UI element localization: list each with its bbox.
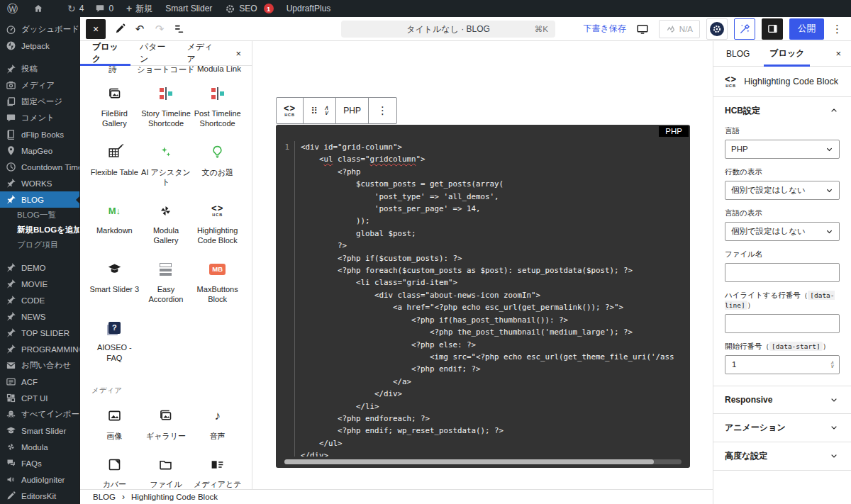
menu-item[interactable]: 固定ページ: [0, 94, 79, 110]
menu-item[interactable]: ACF: [0, 374, 79, 390]
responsive-panel-header[interactable]: Responsive: [713, 386, 851, 414]
menu-item[interactable]: MapGeo: [0, 142, 79, 159]
block-item[interactable]: AI アシスタント: [140, 142, 192, 188]
menu-item[interactable]: FAQs: [0, 455, 79, 471]
menu-item[interactable]: Modula: [0, 439, 79, 455]
animation-panel-header[interactable]: アニメーション: [713, 414, 851, 442]
menu-item[interactable]: PROGRAMMING: [0, 341, 79, 357]
block-item[interactable]: メディアとテキスト: [191, 454, 243, 489]
block-item[interactable]: Easy Accordion: [140, 259, 192, 305]
preview-button[interactable]: [633, 19, 652, 39]
site-home-link[interactable]: [33, 4, 43, 13]
submenu-item[interactable]: ブログ項目: [0, 237, 79, 252]
seo-settings-button[interactable]: [706, 18, 728, 40]
redo-button[interactable]: ↷: [150, 19, 169, 39]
inserter-close-icon[interactable]: ×: [225, 41, 252, 65]
tab-block[interactable]: ブロック: [760, 41, 814, 66]
tab-patterns[interactable]: パターン: [130, 41, 178, 65]
block-item[interactable]: MBMaxButtons Block: [191, 259, 243, 305]
menu-item[interactable]: DEMO: [0, 259, 79, 276]
menu-item[interactable]: 投稿: [0, 61, 79, 77]
code-content[interactable]: <div id="grid-column"> <ul class="gridco…: [295, 141, 689, 457]
block-options-button[interactable]: ⋮: [376, 104, 389, 117]
settings-sidebar-toggle[interactable]: [762, 18, 783, 40]
drag-handle[interactable]: ⠿: [311, 106, 318, 116]
editor-canvas[interactable]: <>HCB ⠿ ∧∨ PHP ⋮: [252, 41, 713, 489]
block-mover[interactable]: ∧∨: [324, 106, 329, 116]
menu-item[interactable]: EditorsKit: [0, 488, 79, 504]
updates-indicator[interactable]: ↻ 4: [67, 4, 84, 13]
block-item[interactable]: Modula Gallery: [140, 201, 192, 246]
dataline-input[interactable]: [725, 314, 840, 333]
block-item[interactable]: ファイル: [140, 454, 192, 489]
number-stepper[interactable]: ∧∨: [830, 361, 835, 369]
datastart-input[interactable]: 1 ∧∨: [725, 355, 840, 374]
highlighting-code-block[interactable]: PHP 1 <div id="grid-column"> <ul class="…: [276, 125, 690, 468]
menu-item[interactable]: メディア: [0, 77, 79, 94]
menu-item[interactable]: すべてインポート: [0, 406, 79, 422]
publish-button[interactable]: 公開: [789, 18, 824, 40]
menu-item[interactable]: コメント: [0, 110, 79, 126]
language-button[interactable]: PHP: [343, 106, 361, 116]
menu-item[interactable]: CODE: [0, 292, 79, 308]
filename-input[interactable]: [725, 263, 840, 282]
block-item[interactable]: 文のお題: [191, 142, 243, 188]
lang-display-select[interactable]: 個別で設定はしない: [725, 222, 840, 241]
advanced-panel-header[interactable]: 高度な設定: [713, 442, 851, 471]
block-item[interactable]: M↓Markdown: [89, 201, 140, 246]
menu-item[interactable]: Jetpack: [0, 38, 79, 54]
inspector-close-icon[interactable]: ×: [825, 41, 851, 66]
menu-item[interactable]: WORKS: [0, 175, 79, 191]
menu-item[interactable]: MOVIE: [0, 276, 79, 292]
tab-blocks[interactable]: ブロック: [80, 41, 130, 65]
undo-button[interactable]: ↶: [130, 19, 150, 39]
block-item[interactable]: ?AIOSEO - FAQ: [89, 318, 140, 363]
scrollbar-thumb[interactable]: [284, 459, 654, 464]
document-title-bar[interactable]: タイトルなし · BLOG ⌘K: [341, 21, 555, 38]
block-item[interactable]: FileBird Gallery: [89, 84, 140, 129]
tab-media[interactable]: メディア: [178, 41, 226, 65]
menu-item[interactable]: お問い合わせ: [0, 357, 79, 374]
language-select[interactable]: PHP: [725, 140, 840, 159]
block-item[interactable]: Post Timeline Shortcode: [191, 84, 243, 129]
block-item[interactable]: ギャラリー: [140, 406, 192, 441]
menu-item-active[interactable]: BLOG: [0, 191, 79, 208]
block-item[interactable]: <>HCBHighlighting Code Block: [191, 201, 243, 246]
seo-menu[interactable]: SEO 1: [225, 4, 273, 14]
ai-assistant-button[interactable]: [734, 18, 755, 40]
options-menu-button[interactable]: ⋮: [830, 23, 844, 35]
menu-item[interactable]: NEWS: [0, 308, 79, 325]
breadcrumb-root[interactable]: BLOG: [93, 493, 116, 501]
pencil-icon: [6, 491, 16, 501]
hcb-settings-panel-header[interactable]: HCB設定: [713, 97, 851, 125]
menu-item[interactable]: ダッシュボード: [0, 21, 79, 38]
block-item[interactable]: Smart Slider 3: [89, 259, 140, 305]
menu-item[interactable]: dFlip Books: [0, 126, 79, 142]
edit-tool-button[interactable]: [110, 19, 130, 39]
block-item[interactable]: 画像: [89, 406, 140, 441]
menu-item[interactable]: AudioIgniter: [0, 471, 79, 488]
block-item[interactable]: カバー: [89, 454, 140, 489]
menu-item[interactable]: TOP SLIDER: [0, 325, 79, 341]
new-content-menu[interactable]: + 新規: [126, 3, 152, 15]
wp-logo[interactable]: Ⓦ: [7, 2, 18, 16]
menu-item[interactable]: CPT UI: [0, 390, 79, 406]
inserter-toggle-button[interactable]: ×: [86, 19, 106, 39]
comments-indicator[interactable]: 0: [95, 4, 113, 13]
smart-slider-menu[interactable]: Smart Slider: [165, 4, 212, 13]
block-item[interactable]: ♪音声: [191, 406, 243, 441]
submenu-item[interactable]: 新規BLOGを追加: [0, 223, 79, 237]
menu-item[interactable]: Smart Slider: [0, 422, 79, 439]
menu-item[interactable]: Countdown Timer: [0, 159, 79, 175]
horizontal-scrollbar[interactable]: [284, 459, 682, 464]
list-view-button[interactable]: [169, 19, 189, 39]
submenu-item[interactable]: BLOG一覧: [0, 208, 79, 223]
tab-post-blog[interactable]: BLOG: [713, 41, 760, 66]
save-draft-button[interactable]: 下書き保存: [584, 23, 626, 35]
block-item[interactable]: Story Timeline Shortcode: [140, 84, 192, 129]
line-display-select[interactable]: 個別で設定はしない: [725, 181, 840, 200]
block-type-button[interactable]: <>HCB: [277, 98, 304, 123]
updraftplus-menu[interactable]: UpdraftPlus: [287, 4, 331, 13]
block-item[interactable]: Flexible Table: [89, 142, 140, 188]
na-plugin-button[interactable]: N/A: [659, 20, 700, 38]
